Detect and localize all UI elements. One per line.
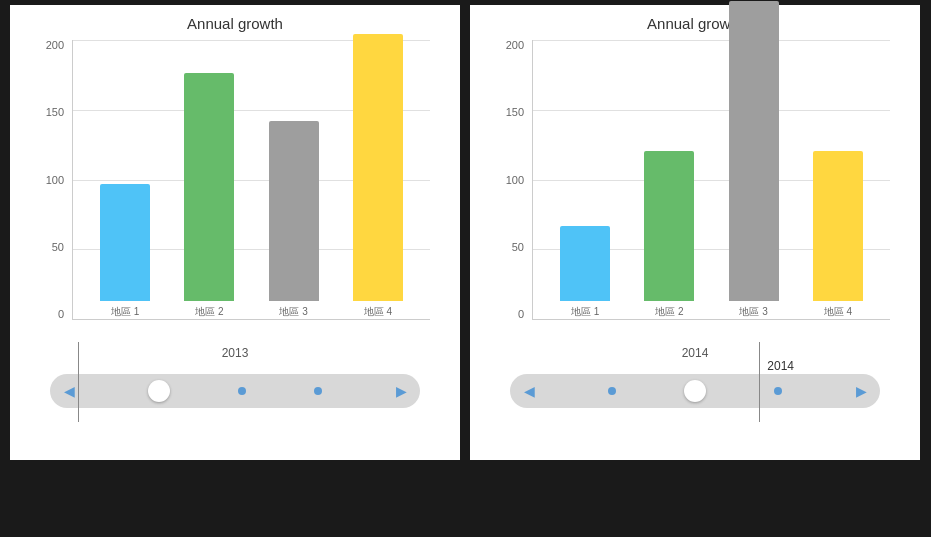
bar-c1-1 — [100, 184, 150, 301]
y-label-0-c1: 0 — [58, 309, 64, 320]
bar-c2-3 — [729, 1, 779, 301]
chart1-slider-thumb[interactable] — [148, 380, 170, 402]
y-label-150-c2: 150 — [506, 107, 524, 118]
chart2-slider-right-arrow[interactable]: ▶ — [850, 380, 872, 402]
chart2-slider-left-arrow[interactable]: ◀ — [518, 380, 540, 402]
y-label-150-c1: 150 — [46, 107, 64, 118]
bar-c1-2 — [184, 73, 234, 301]
chart1-slider-left-arrow[interactable]: ◀ — [58, 380, 80, 402]
chart2-year-callout: 2014 — [767, 359, 794, 373]
bar-c1-3 — [269, 121, 319, 301]
bar-label-c1-4: 地區 4 — [364, 305, 392, 319]
chart1-slider[interactable]: ◀ ▶ — [50, 374, 420, 408]
chart1-slider-dot1 — [238, 387, 246, 395]
bar-c2-4 — [813, 151, 863, 301]
chart2-slider[interactable]: ◀ ▶ — [510, 374, 880, 408]
bar-label-c1-2: 地區 2 — [195, 305, 223, 319]
chart2-subtitle: 2014 — [682, 346, 709, 360]
chart2-slider-thumb[interactable] — [684, 380, 706, 402]
y-label-50-c1: 50 — [52, 242, 64, 253]
chart1-connector-line — [78, 342, 79, 422]
bar-label-c2-1: 地區 1 — [571, 305, 599, 319]
y-label-0-c2: 0 — [518, 309, 524, 320]
chart1-slider-right-arrow[interactable]: ▶ — [390, 380, 412, 402]
y-label-200-c2: 200 — [506, 40, 524, 51]
bar-label-c1-1: 地區 1 — [111, 305, 139, 319]
bar-label-c2-4: 地區 4 — [824, 305, 852, 319]
y-label-200-c1: 200 — [46, 40, 64, 51]
y-label-100-c1: 100 — [46, 175, 64, 186]
chart2-connector-line — [759, 342, 760, 422]
y-label-100-c2: 100 — [506, 175, 524, 186]
chart1-title: Annual growth — [187, 15, 283, 32]
y-label-50-c2: 50 — [512, 242, 524, 253]
chart2-slider-dot2 — [774, 387, 782, 395]
bar-c2-1 — [560, 226, 610, 301]
bar-c1-4 — [353, 34, 403, 301]
bar-label-c1-3: 地區 3 — [279, 305, 307, 319]
bar-c2-2 — [644, 151, 694, 301]
bar-label-c2-3: 地區 3 — [739, 305, 767, 319]
chart1-slider-dot2 — [314, 387, 322, 395]
chart1-subtitle: 2013 — [222, 346, 249, 360]
bar-label-c2-2: 地區 2 — [655, 305, 683, 319]
chart2-slider-dot1 — [608, 387, 616, 395]
